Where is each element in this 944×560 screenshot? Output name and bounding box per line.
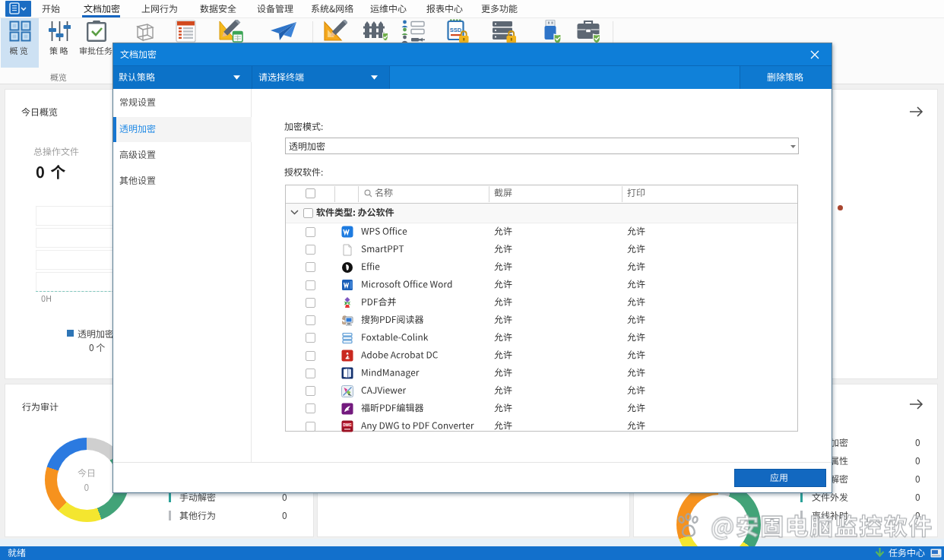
svg-text:DWG: DWG (343, 423, 352, 427)
svg-text:SSD: SSD (450, 27, 462, 33)
